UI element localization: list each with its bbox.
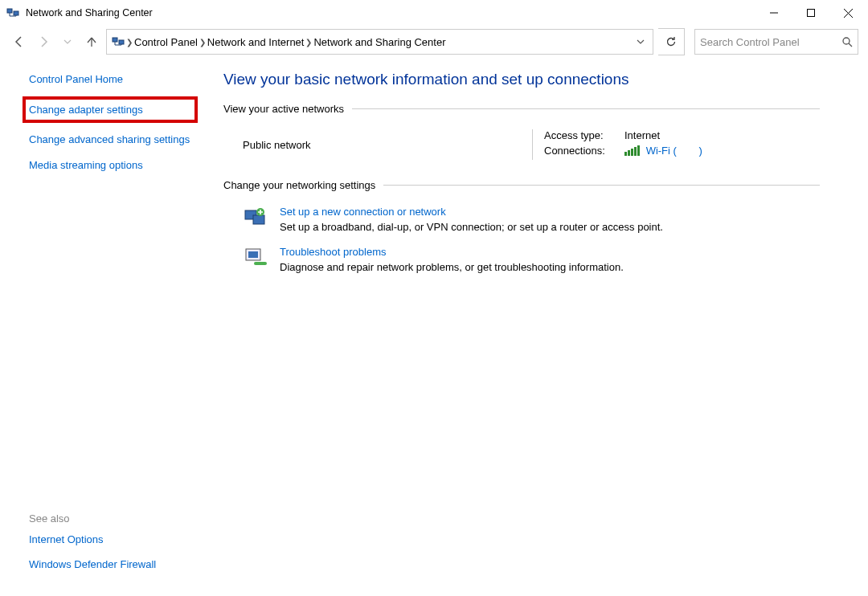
divider bbox=[352, 108, 820, 109]
breadcrumb-leaf[interactable]: Network and Sharing Center bbox=[313, 36, 445, 48]
address-icon bbox=[112, 35, 125, 48]
window-title: Network and Sharing Center bbox=[26, 7, 153, 18]
option-troubleshoot[interactable]: Troubleshoot problems Diagnose and repai… bbox=[223, 241, 820, 281]
breadcrumb-mid[interactable]: Network and Internet bbox=[207, 36, 305, 48]
app-icon bbox=[6, 6, 19, 19]
svg-rect-0 bbox=[7, 9, 12, 13]
refresh-button[interactable] bbox=[658, 28, 685, 55]
wifi-signal-icon bbox=[624, 145, 640, 156]
sidebar: Control Panel Home Change adapter settin… bbox=[0, 58, 201, 596]
option-title[interactable]: Set up a new connection or network bbox=[280, 206, 663, 218]
maximize-button[interactable] bbox=[792, 1, 829, 25]
see-also-title: See also bbox=[29, 512, 191, 525]
sidebar-change-advanced[interactable]: Change advanced sharing settings bbox=[29, 133, 191, 147]
search-placeholder: Search Control Panel bbox=[700, 36, 800, 48]
access-type-label: Access type: bbox=[544, 129, 624, 141]
network-details: Access type: Internet Connections: Wi-Fi… bbox=[532, 129, 702, 160]
connection-link[interactable]: Wi-Fi ( bbox=[646, 145, 677, 157]
active-networks-header: View your active networks bbox=[223, 103, 820, 115]
forward-button[interactable] bbox=[34, 32, 53, 51]
body: Control Panel Home Change adapter settin… bbox=[0, 58, 868, 596]
divider bbox=[383, 185, 820, 186]
nav-row: ❯ Control Panel ❯ Network and Internet ❯… bbox=[0, 26, 868, 58]
svg-point-8 bbox=[843, 38, 850, 44]
recent-dropdown[interactable] bbox=[58, 32, 77, 51]
svg-rect-6 bbox=[113, 38, 117, 42]
close-button[interactable] bbox=[829, 1, 866, 25]
section-label: View your active networks bbox=[223, 103, 344, 115]
address-dropdown[interactable] bbox=[633, 38, 648, 46]
option-setup-connection[interactable]: Set up a new connection or network Set u… bbox=[223, 201, 820, 241]
access-type-value: Internet bbox=[624, 129, 660, 141]
chevron-right-icon[interactable]: ❯ bbox=[126, 38, 133, 47]
minimize-button[interactable] bbox=[755, 1, 792, 25]
chevron-right-icon[interactable]: ❯ bbox=[199, 38, 206, 47]
see-also: See also Internet Options Windows Defend… bbox=[29, 512, 191, 586]
connection-link-tail: ) bbox=[699, 145, 702, 157]
page-title: View your basic network information and … bbox=[223, 71, 820, 88]
option-title[interactable]: Troubleshoot problems bbox=[280, 246, 624, 258]
network-type: Public network bbox=[243, 129, 532, 160]
address-bar[interactable]: ❯ Control Panel ❯ Network and Internet ❯… bbox=[106, 29, 653, 55]
sidebar-media-streaming[interactable]: Media streaming options bbox=[29, 158, 191, 173]
back-button[interactable] bbox=[10, 32, 29, 51]
svg-line-9 bbox=[849, 43, 852, 47]
svg-rect-7 bbox=[119, 40, 124, 44]
svg-rect-15 bbox=[254, 262, 267, 265]
option-desc: Set up a broadband, dial-up, or VPN conn… bbox=[280, 221, 663, 233]
search-icon bbox=[841, 36, 853, 47]
settings-header: Change your networking settings bbox=[223, 179, 820, 191]
connections-label: Connections: bbox=[544, 145, 624, 157]
sidebar-internet-options[interactable]: Internet Options bbox=[29, 533, 191, 547]
setup-connection-icon bbox=[243, 206, 268, 231]
troubleshoot-icon bbox=[243, 246, 268, 271]
title-bar: Network and Sharing Center bbox=[0, 0, 868, 26]
breadcrumb-root[interactable]: Control Panel bbox=[134, 36, 198, 48]
connections-value[interactable]: Wi-Fi ( ) bbox=[624, 145, 702, 157]
up-button[interactable] bbox=[82, 32, 101, 51]
option-desc: Diagnose and repair network problems, or… bbox=[280, 261, 624, 273]
svg-rect-14 bbox=[248, 251, 258, 258]
sidebar-change-adapter[interactable]: Change adapter settings bbox=[29, 103, 191, 117]
sidebar-defender[interactable]: Windows Defender Firewall bbox=[29, 557, 191, 572]
svg-rect-11 bbox=[253, 215, 264, 224]
window: Network and Sharing Center bbox=[0, 0, 868, 596]
svg-rect-3 bbox=[808, 10, 815, 17]
content: View your basic network information and … bbox=[201, 58, 868, 596]
search-input[interactable]: Search Control Panel bbox=[694, 29, 858, 55]
svg-rect-1 bbox=[14, 11, 18, 15]
section-label: Change your networking settings bbox=[223, 179, 375, 191]
active-network-row: Public network Access type: Internet Con… bbox=[223, 125, 820, 179]
sidebar-home[interactable]: Control Panel Home bbox=[29, 72, 191, 87]
chevron-right-icon[interactable]: ❯ bbox=[305, 38, 312, 47]
